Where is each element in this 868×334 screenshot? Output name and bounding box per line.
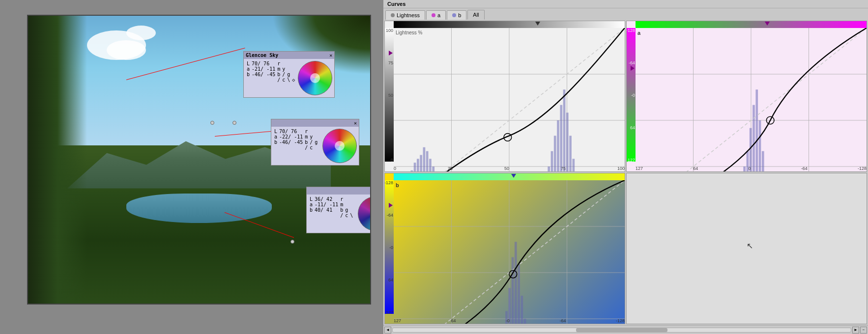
tab-lightness-label: Lightness	[397, 12, 420, 18]
left-triangle-b	[389, 203, 393, 208]
popup-L-1: 70/ 76	[251, 61, 276, 66]
svg-rect-44	[755, 89, 758, 172]
tab-b[interactable]: b	[447, 10, 466, 20]
a-y-64: 64	[630, 125, 635, 130]
measure-point-1	[210, 121, 214, 125]
popup-values-3: L36/ 42r a-11/ -11m b40/ 41bg /c\	[309, 196, 356, 231]
b-x--64: -64	[559, 318, 566, 323]
popup-close-1[interactable]: ✕	[329, 53, 332, 58]
a-y-127: 127	[628, 158, 635, 163]
b-x--128: -128	[616, 318, 625, 323]
popup-close-2[interactable]: ✕	[354, 120, 357, 126]
left-triangle-lightness	[389, 51, 395, 56]
lightness-grid	[394, 28, 625, 172]
tab-dot-b	[452, 13, 456, 17]
scroll-next-btn[interactable]: ►	[852, 327, 859, 334]
lake	[126, 194, 272, 223]
svg-rect-45	[759, 120, 761, 172]
tab-dot-a	[432, 13, 435, 17]
b-y--128: -128	[384, 180, 393, 185]
popup-a-1: -21/ -11	[251, 66, 276, 72]
a-y--128: -128	[626, 28, 635, 33]
b-x-0: -0	[506, 318, 510, 323]
image-panel: Glencoe Sky ✕ L70/ 76r a-21/ -11my b-46/…	[0, 0, 383, 334]
top-triangle-lightness	[535, 22, 540, 26]
popup-b-2: -46/ -45	[278, 139, 304, 145]
popup-L-3: 36/ 42	[314, 196, 339, 202]
scroll-next-icon: ►	[854, 328, 858, 332]
a-panel-label: a	[637, 30, 640, 36]
lightness-percent-label: Lightness %	[396, 30, 422, 35]
svg-rect-42	[750, 128, 752, 172]
svg-rect-27	[557, 120, 559, 172]
x-label-50: 50	[504, 166, 509, 171]
popup-header-3: ✕	[307, 187, 371, 195]
empty-panel[interactable]: ↖	[626, 173, 867, 324]
a-x--128: -128	[858, 166, 867, 171]
cloud	[126, 26, 156, 40]
b-y-64: 64	[388, 278, 393, 282]
b-x-labels: 127 64 -0 -64 -128	[394, 318, 625, 323]
b-x-64: 64	[451, 318, 456, 323]
svg-rect-28	[560, 105, 562, 172]
popup-content-2: L70/ 76r a-22/ -11my b-46/ -45b/g /c	[273, 129, 357, 163]
b-y-127: 127	[386, 310, 393, 315]
y-label-50: 50	[388, 93, 393, 98]
popup-m-1: y	[281, 66, 286, 72]
measure-point-2	[232, 121, 236, 125]
color-wheel-3	[358, 196, 371, 231]
b-curve-panel[interactable]: b	[384, 173, 625, 324]
popup-b-3: 40/ 41	[314, 207, 339, 213]
tab-all-label: All	[473, 12, 479, 18]
tab-all[interactable]: All	[467, 10, 484, 20]
color-wheel-1	[298, 61, 332, 95]
scrollbar-thumb[interactable]	[576, 328, 667, 332]
lightness-gradient-top	[394, 21, 625, 28]
scroll-minus-btn[interactable]: −	[860, 327, 867, 334]
cloud	[107, 40, 146, 60]
popup-content-3: L36/ 42r a-11/ -11m b40/ 41bg /c\	[309, 196, 371, 231]
b-y-0: -0	[389, 245, 393, 250]
b-y-labels: -128 -64 -0 64 127	[385, 180, 394, 315]
lightness-curve-panel[interactable]: Lightness %	[384, 21, 625, 172]
scroll-prev-icon: ◄	[386, 328, 390, 332]
curves-panel: Curves Lightness a b All Lightnes	[383, 0, 868, 334]
lightness-x-labels: 0 25 50 75 100	[394, 166, 625, 171]
a-y--64: -64	[629, 60, 635, 65]
x-label-25: 25	[448, 166, 453, 171]
title-text: Curves	[387, 1, 405, 7]
scrollbar-track[interactable]	[392, 328, 851, 333]
tab-b-label: b	[458, 12, 461, 18]
lightness-curve-svg	[394, 28, 625, 172]
tab-dot-lightness	[391, 13, 395, 17]
svg-rect-58	[512, 257, 514, 324]
popup-values-2: L70/ 76r a-22/ -11my b-46/ -45b/g /c	[273, 129, 320, 163]
scroll-minus-icon: −	[863, 328, 865, 332]
a-curve-panel[interactable]: a	[626, 21, 867, 172]
y-label-0: 0	[391, 158, 393, 163]
scroll-prev-btn[interactable]: ◄	[384, 327, 391, 334]
tab-a[interactable]: a	[426, 10, 446, 20]
a-x--64: -64	[801, 166, 808, 171]
tab-lightness[interactable]: Lightness	[385, 10, 425, 20]
svg-rect-43	[752, 105, 755, 172]
y-label-100: 100	[386, 28, 393, 33]
b-curve-svg	[394, 180, 625, 324]
popup-m-2: y	[309, 134, 314, 139]
x-label-100: 100	[617, 166, 625, 171]
measure-point-3	[290, 240, 294, 244]
b-gradient-top	[394, 173, 625, 180]
y-label-25: 25	[388, 125, 393, 130]
svg-rect-30	[566, 112, 569, 172]
popup-title-1: Glencoe Sky	[246, 53, 278, 58]
a-gradient-top	[636, 21, 867, 28]
glencoe-sky-popup: Glencoe Sky ✕ L70/ 76r a-21/ -11my b-46/…	[243, 51, 335, 98]
a-y-0: -0	[631, 93, 635, 98]
a-curve-svg	[636, 28, 867, 172]
popup-a-2: -22/ -11	[278, 134, 304, 139]
popup-content-1: L70/ 76r a-21/ -11my b-46/ -45b/g /c\◇	[246, 61, 332, 95]
a-x-64: 64	[693, 166, 698, 171]
trees-left	[28, 16, 87, 304]
b-panel-label: b	[396, 182, 399, 188]
y-label-75: 75	[388, 60, 393, 65]
